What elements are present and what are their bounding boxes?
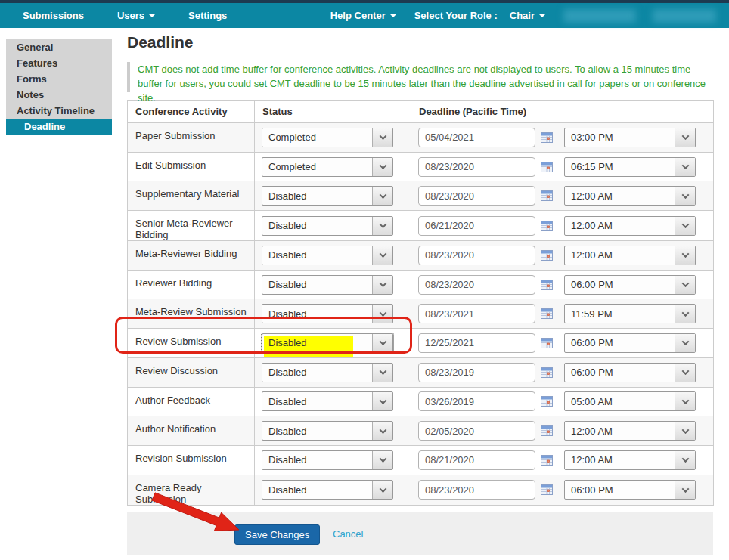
date-input[interactable]	[418, 246, 535, 265]
activity-label: Supplementary Material	[135, 188, 239, 200]
calendar-icon[interactable]	[541, 337, 553, 349]
chevron-down-icon[interactable]	[675, 334, 695, 352]
date-input[interactable]	[418, 128, 535, 147]
status-select[interactable]: Disabled	[262, 275, 393, 295]
date-input[interactable]	[418, 363, 535, 382]
time-select[interactable]: 12:00 AM	[564, 186, 696, 206]
time-select[interactable]: 12:00 AM	[564, 246, 696, 265]
date-input[interactable]	[418, 216, 535, 236]
chevron-down-icon[interactable]	[675, 305, 695, 323]
calendar-icon[interactable]	[541, 279, 553, 291]
time-select[interactable]: 03:00 PM	[564, 128, 696, 147]
sidebar-item-general[interactable]: General	[6, 39, 112, 55]
status-select[interactable]: Disabled	[262, 480, 393, 500]
cancel-link[interactable]: Cancel	[333, 528, 363, 540]
chevron-down-icon[interactable]	[372, 451, 392, 469]
status-select[interactable]: Completed	[262, 128, 393, 147]
nav-help-center[interactable]: Help Center	[330, 10, 396, 21]
calendar-icon[interactable]	[541, 220, 553, 232]
date-input[interactable]	[418, 421, 535, 441]
status-value: Disabled	[262, 396, 307, 407]
chevron-down-icon[interactable]	[372, 187, 392, 205]
chevron-down-icon[interactable]	[675, 364, 695, 382]
time-select[interactable]: 06:00 PM	[564, 275, 696, 295]
calendar-icon[interactable]	[541, 161, 553, 173]
table-row: Paper Submission Completed	[128, 123, 714, 153]
chevron-down-icon[interactable]	[372, 158, 392, 176]
time-select[interactable]: 12:00 AM	[564, 421, 696, 441]
chevron-down-icon[interactable]	[372, 334, 392, 352]
status-select[interactable]: Disabled	[262, 246, 393, 265]
status-select[interactable]: Disabled	[262, 216, 393, 236]
nav-left: Submissions Users Settings	[0, 10, 227, 21]
date-input[interactable]	[418, 186, 535, 206]
time-select[interactable]: 11:59 PM	[564, 304, 696, 323]
chevron-down-icon[interactable]	[372, 392, 392, 410]
calendar-icon[interactable]	[541, 190, 553, 202]
time-select[interactable]: 12:00 AM	[564, 450, 696, 470]
date-input[interactable]	[418, 450, 535, 470]
nav-settings[interactable]: Settings	[188, 10, 227, 21]
chevron-down-icon[interactable]	[372, 422, 392, 440]
chevron-down-icon[interactable]	[675, 128, 695, 147]
time-select[interactable]: 06:00 PM	[564, 333, 696, 353]
chevron-down-icon[interactable]	[675, 246, 695, 265]
time-select[interactable]: 12:00 AM	[564, 216, 696, 236]
sidebar-item-activity-timeline[interactable]: Activity Timeline	[6, 103, 112, 119]
time-select[interactable]: 06:00 PM	[564, 363, 696, 382]
chevron-down-icon[interactable]	[372, 246, 392, 265]
chevron-down-icon[interactable]	[372, 217, 392, 235]
time-value: 06:15 PM	[565, 161, 613, 172]
nav-role-dropdown[interactable]: Chair	[510, 10, 545, 21]
nav-users-label: Users	[117, 10, 144, 21]
status-select[interactable]: Disabled	[262, 391, 393, 411]
chevron-down-icon[interactable]	[372, 276, 392, 294]
save-changes-button[interactable]: Save Changes	[234, 524, 320, 545]
status-select[interactable]: Completed	[262, 157, 393, 177]
sidebar-item-features[interactable]: Features	[6, 55, 112, 71]
time-select[interactable]: 06:15 PM	[564, 157, 696, 177]
calendar-icon[interactable]	[541, 484, 553, 496]
status-select[interactable]: Disabled	[262, 186, 393, 206]
status-select[interactable]: Disabled	[262, 304, 393, 323]
status-select[interactable]: Disabled	[262, 363, 393, 382]
time-select[interactable]: 05:00 AM	[564, 391, 696, 411]
date-input[interactable]	[418, 275, 535, 295]
chevron-down-icon[interactable]	[675, 158, 695, 176]
chevron-down-icon[interactable]	[675, 481, 695, 499]
chevron-down-icon[interactable]	[675, 451, 695, 469]
redacted-conference-name	[563, 9, 636, 23]
calendar-icon[interactable]	[541, 249, 553, 261]
chevron-down-icon[interactable]	[675, 422, 695, 440]
chevron-down-icon[interactable]	[675, 187, 695, 205]
status-select[interactable]: Disabled	[262, 421, 393, 441]
time-select[interactable]: 06:00 PM	[564, 480, 696, 500]
date-input[interactable]	[418, 480, 535, 500]
chevron-down-icon[interactable]	[372, 128, 392, 147]
chevron-down-icon[interactable]	[372, 364, 392, 382]
chevron-down-icon[interactable]	[675, 276, 695, 294]
chevron-down-icon[interactable]	[372, 305, 392, 323]
chevron-down-icon[interactable]	[675, 217, 695, 235]
date-input[interactable]	[418, 391, 535, 411]
calendar-icon[interactable]	[541, 454, 553, 466]
calendar-icon[interactable]	[541, 131, 553, 144]
calendar-icon[interactable]	[541, 367, 553, 379]
status-select[interactable]: Disabled	[262, 333, 393, 353]
date-input[interactable]	[418, 333, 535, 353]
sidebar-item-forms[interactable]: Forms	[6, 71, 112, 87]
status-select[interactable]: Disabled	[262, 450, 393, 470]
action-footer: Save Changes Cancel	[127, 512, 713, 555]
date-input[interactable]	[418, 304, 535, 323]
calendar-icon[interactable]	[541, 395, 553, 407]
date-input[interactable]	[418, 157, 535, 177]
nav-submissions[interactable]: Submissions	[23, 10, 84, 21]
calendar-icon[interactable]	[541, 425, 553, 437]
chevron-down-icon[interactable]	[372, 481, 392, 499]
sidebar-item-notes[interactable]: Notes	[6, 87, 112, 103]
nav-users[interactable]: Users	[117, 10, 155, 21]
sidebar-item-deadline[interactable]: Deadline	[6, 119, 112, 135]
chevron-down-icon[interactable]	[675, 392, 695, 410]
calendar-icon[interactable]	[541, 308, 553, 320]
time-value: 12:00 AM	[565, 454, 613, 466]
